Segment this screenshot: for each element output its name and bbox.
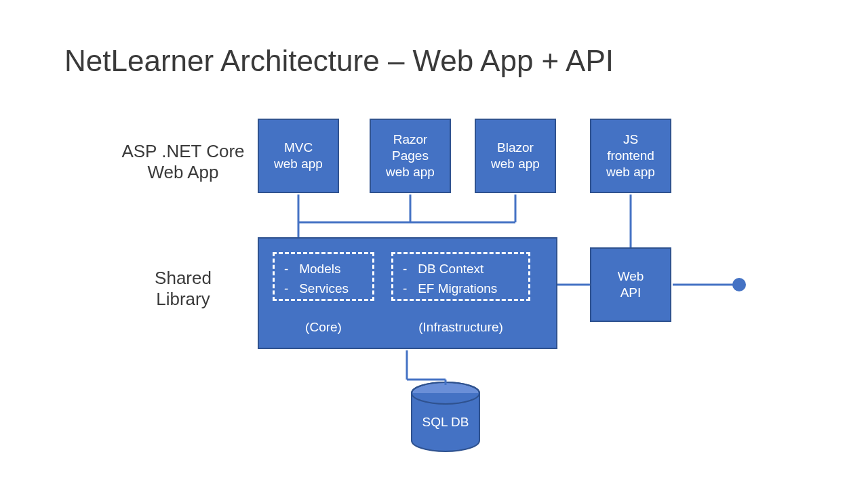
box-core: - Models - Services (273, 252, 374, 301)
row-label-shared: Shared Library (132, 268, 234, 310)
box-shared-library: - Models - Services (Core) - DB Context … (258, 237, 557, 349)
infra-item-efmigrations: EF Migrations (418, 281, 497, 296)
box-blazor: Blazor web app (475, 119, 556, 193)
box-mvc: MVC web app (258, 119, 339, 193)
core-item-models: Models (299, 262, 340, 276)
row-label-shared-line1: Shared (155, 268, 212, 288)
box-webapi: Web API (590, 247, 671, 322)
box-mvc-line1: MVC (284, 140, 313, 156)
infra-caption: (Infrastructure) (391, 320, 530, 335)
box-infrastructure: - DB Context - EF Migrations (391, 252, 530, 301)
diagram-title: NetLearner Architecture – Web App + API (64, 44, 614, 78)
box-blazor-line1: Blazor (497, 140, 534, 156)
core-caption: (Core) (273, 320, 374, 335)
box-jsfrontend: JS frontend web app (590, 119, 671, 193)
infra-item-dbcontext: DB Context (418, 262, 484, 276)
box-webapi-line1: Web (618, 268, 644, 285)
core-item-services: Services (299, 281, 349, 296)
box-razor-line3: web app (386, 164, 435, 180)
row-label-shared-line2: Library (156, 289, 210, 309)
box-razor-line1: Razor (393, 131, 428, 148)
box-razor-line2: Pages (392, 148, 429, 164)
box-mvc-line2: web app (274, 156, 323, 172)
row-label-webapp-line1: ASP .NET Core (121, 141, 244, 161)
db-label: SQL DB (408, 415, 483, 430)
db-cylinder: SQL DB (408, 381, 483, 458)
box-jsfe-line3: web app (606, 164, 655, 180)
diagram-stage: NetLearner Architecture – Web App + API … (0, 0, 868, 488)
row-label-webapp: ASP .NET Core Web App (115, 141, 251, 183)
box-jsfe-line1: JS (623, 131, 638, 148)
box-blazor-line2: web app (491, 156, 540, 172)
row-label-webapp-line2: Web App (147, 162, 218, 182)
box-razor: Razor Pages web app (370, 119, 451, 193)
svg-point-10 (732, 278, 746, 291)
box-webapi-line2: API (620, 285, 642, 301)
box-jsfe-line2: frontend (607, 148, 654, 164)
